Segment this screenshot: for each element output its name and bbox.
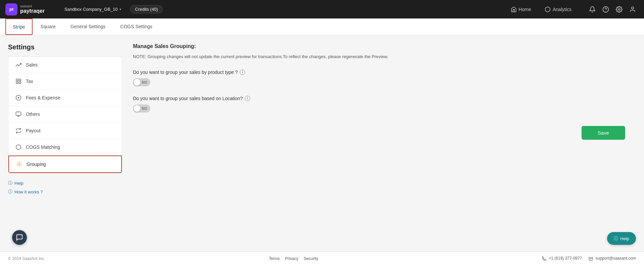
others-icon [15, 111, 22, 118]
sales-icon [15, 61, 22, 68]
svg-rect-6 [19, 82, 21, 84]
svg-rect-11 [16, 112, 21, 116]
main-content: Settings Sales Tax Fees & E [0, 35, 644, 252]
location-label: Do you want to group your sales based on… [133, 96, 625, 101]
sidebar-item-cogs-matching[interactable]: COGS Matching [8, 139, 122, 156]
toggle1-label: NO [142, 80, 147, 84]
product-type-info-icon[interactable]: i [240, 70, 245, 75]
tab-square[interactable]: Square [34, 18, 62, 35]
sidebar-item-sales[interactable]: Sales [8, 57, 122, 73]
footer-links: Terms Privacy Security [269, 256, 318, 261]
svg-point-2 [618, 8, 620, 10]
help-circle-icon: ⓘ [8, 180, 12, 186]
svg-rect-5 [19, 79, 21, 81]
privacy-link[interactable]: Privacy [285, 256, 298, 261]
terms-link[interactable]: Terms [269, 256, 280, 261]
svg-rect-7 [16, 82, 18, 84]
group-by-product-type-group: Do you want to group your sales by produ… [133, 70, 625, 86]
email-address: support@saasant.com [589, 256, 636, 261]
analytics-nav-link[interactable]: Analytics [539, 4, 577, 14]
product-type-label: Do you want to group your sales by produ… [133, 70, 625, 75]
credits-badge[interactable]: Credits (40) [130, 5, 163, 13]
toggle2-label: NO [142, 106, 147, 111]
grouping-icon [16, 161, 22, 168]
tax-icon [15, 78, 22, 85]
home-icon [511, 6, 517, 12]
content-panel: Manage Sales Grouping: NOTE: Grouping ch… [122, 43, 636, 244]
sub-tabs: Stripe Square General Settings COGS Sett… [0, 18, 644, 35]
home-nav-link[interactable]: Home [505, 4, 537, 14]
help-icon[interactable] [600, 3, 612, 15]
chevron-down-icon: ▾ [120, 7, 121, 11]
sidebar-item-fees-expense[interactable]: Fees & Expense [8, 90, 122, 106]
svg-rect-4 [16, 79, 18, 81]
tab-stripe[interactable]: Stripe [5, 18, 33, 35]
footer-contact: +1 (619) 377-0977 support@saasant.com [542, 256, 636, 261]
tab-cogs-settings[interactable]: COGS Settings [113, 18, 159, 35]
help-btn-icon: ⓘ [614, 235, 618, 241]
section-title: Manage Sales Grouping: [133, 43, 625, 49]
info-circle-icon: ⓘ [8, 189, 12, 195]
product-name: paytraqer [20, 8, 45, 14]
sidebar-item-tax[interactable]: Tax [8, 73, 122, 90]
logo-text: saasant paytraqer [20, 4, 45, 14]
help-link[interactable]: ⓘ Help [8, 180, 122, 186]
svg-point-3 [632, 7, 634, 9]
analytics-icon [545, 6, 551, 12]
payout-icon [15, 127, 22, 134]
save-button[interactable]: Save [582, 126, 625, 140]
location-toggle-wrapper: NO [133, 104, 625, 113]
note-text: NOTE: Grouping changes will not update t… [133, 53, 625, 60]
copyright: © 2024 SaasAnt Inc. [8, 256, 45, 261]
group-by-location-group: Do you want to group your sales based on… [133, 96, 625, 113]
sidebar-item-payout[interactable]: Payout [8, 123, 122, 139]
svg-point-14 [19, 164, 20, 165]
cogs-matching-icon [15, 144, 22, 150]
saasant-label: saasant [20, 4, 45, 8]
nav-links: Home Analytics [505, 4, 577, 14]
product-type-toggle[interactable]: NO [133, 78, 150, 86]
logo-icon: pt [5, 3, 17, 15]
sidebar-help: ⓘ Help ⓘ How it works ? [8, 180, 122, 195]
save-btn-area: Save [133, 126, 625, 140]
settings-title: Settings [8, 43, 122, 51]
user-icon[interactable] [627, 3, 639, 15]
settings-icon[interactable] [613, 3, 625, 15]
toggle-knob [134, 79, 140, 86]
phone-number: +1 (619) 377-0977 [542, 256, 582, 261]
settings-sidebar: Settings Sales Tax Fees & E [8, 43, 122, 244]
sidebar-menu: Sales Tax Fees & Expense O [8, 56, 122, 173]
location-info-icon[interactable]: i [245, 96, 250, 101]
company-selector[interactable]: Sandbox Company_GB_10 ▾ [61, 5, 125, 14]
nav-icons [586, 3, 639, 15]
top-navigation: pt saasant paytraqer Sandbox Company_GB_… [0, 0, 644, 18]
logo-area: pt saasant paytraqer [5, 3, 56, 15]
how-it-works-link[interactable]: ⓘ How it works ? [8, 189, 122, 195]
company-name: Sandbox Company_GB_10 [64, 7, 118, 12]
sidebar-item-grouping[interactable]: Grouping [8, 156, 122, 173]
security-link[interactable]: Security [304, 256, 318, 261]
sidebar-item-others[interactable]: Others [8, 106, 122, 123]
fees-icon [15, 94, 22, 101]
location-toggle[interactable]: NO [133, 104, 150, 113]
chat-bubble[interactable] [12, 230, 27, 245]
product-type-toggle-wrapper: NO [133, 78, 625, 86]
notifications-icon[interactable] [586, 3, 598, 15]
help-button-fixed[interactable]: ⓘ Help [607, 232, 636, 245]
footer: © 2024 SaasAnt Inc. Terms Privacy Securi… [0, 252, 644, 265]
toggle-knob-2 [134, 105, 140, 112]
tab-general-settings[interactable]: General Settings [64, 18, 112, 35]
